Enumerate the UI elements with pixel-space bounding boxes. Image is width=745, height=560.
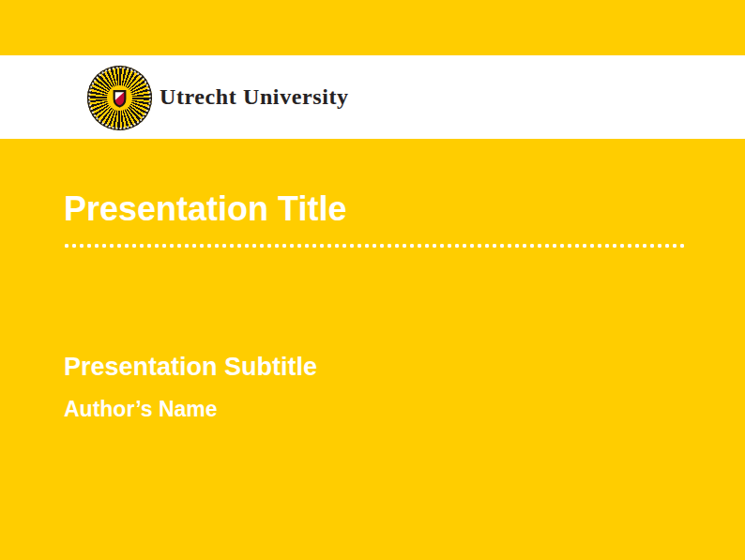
- university-wordmark: Utrecht University: [160, 55, 349, 139]
- title-slide: Utrecht University Presentation Title Pr…: [0, 0, 745, 560]
- uu-sun-logo-icon: [87, 66, 152, 130]
- presentation-subtitle: Presentation Subtitle: [64, 354, 317, 382]
- logo-center: [107, 85, 132, 111]
- dotted-divider: [63, 243, 686, 249]
- author-name: Author’s Name: [64, 398, 218, 421]
- presentation-title: Presentation Title: [64, 190, 346, 228]
- uu-shield-icon: [113, 89, 127, 108]
- header-band: Utrecht University: [0, 55, 745, 139]
